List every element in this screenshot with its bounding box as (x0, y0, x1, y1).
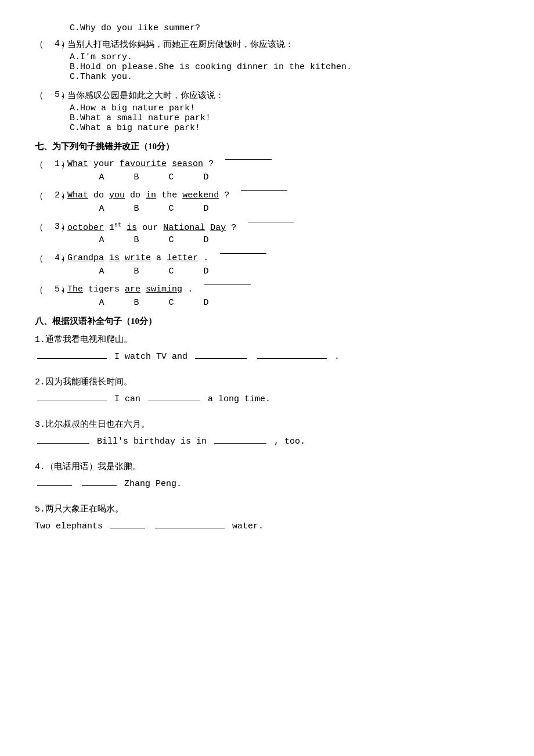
s7-q2-C: C (163, 204, 180, 214)
s7-q3-line: （ ） 3. october 1st is our National Day ? (35, 222, 499, 233)
s8-q1-text2: . (334, 352, 340, 362)
s8-q2-chinese: 2.因为我能睡很长时间。 (35, 376, 499, 387)
s8-q4-blank1[interactable] (37, 485, 72, 486)
q5-options: A.How a big nature park! B.What a small … (70, 103, 499, 133)
s7-q4-part4: . (203, 253, 208, 263)
s7-q1-part3: ? (208, 159, 214, 169)
s7-q3-answer[interactable] (248, 222, 294, 222)
s7-q2-sentence: What do you do in the weekend ? (67, 190, 229, 200)
s8-q1-fill: I watch TV and . (35, 348, 499, 366)
question-5-block: （ ） 5. 当你感叹公园是如此之大时，你应该说： A.How a big na… (35, 90, 499, 133)
s7-q2-line: （ ） 2. What do you do in the weekend ? (35, 190, 499, 201)
s7-q4-partA: Grandpa (67, 253, 104, 263)
s7-q5-B: B (128, 298, 145, 308)
s8-q3-blank1[interactable] (37, 443, 89, 444)
s7-q3-C: C (163, 235, 180, 245)
s7-q2-paren: （ ） (35, 190, 52, 201)
q5-num: 5. (55, 90, 65, 100)
s7-q3-partB: is (127, 223, 137, 233)
s7-q1-C: C (163, 172, 180, 182)
s8-q2-blank2[interactable] (148, 401, 200, 401)
s7-q4-D: D (197, 267, 215, 276)
s8-q2-blank1[interactable] (37, 401, 107, 401)
s8-q3-text2: , too. (274, 437, 305, 447)
s8-q5-blank2[interactable] (155, 528, 225, 528)
s7-q3-abcd: A B C D (93, 235, 499, 245)
s7-q5-answer[interactable] (204, 285, 251, 285)
s7-q1-answer[interactable] (225, 159, 272, 160)
s7-q2-part2: do (130, 190, 146, 200)
q4-chinese: 当别人打电话找你妈妈，而她正在厨房做饭时，你应该说： (67, 39, 294, 50)
s8-q2-text2: a long time. (208, 394, 270, 404)
s7-q3-part1: 1st (109, 223, 127, 233)
s8-q1-blank3[interactable] (257, 358, 327, 359)
s7-q5-part3: . (187, 285, 193, 294)
s7-q3-paren: （ ） (35, 222, 52, 233)
s7-q3-A: A (93, 235, 110, 245)
s8-q4-block: 4.（电话用语）我是张鹏。 Zhang Peng. (35, 461, 499, 493)
s7-q2-answer[interactable] (241, 190, 287, 191)
s7-q4-A: A (93, 267, 110, 276)
s8-q3-block: 3.比尔叔叔的生日也在六月。 Bill's birthday is in , t… (35, 419, 499, 451)
s7-q3-num: 3. (55, 222, 65, 232)
question-5-line: （ ） 5. 当你感叹公园是如此之大时，你应该说： (35, 90, 499, 101)
q5-optA: A.How a big nature park! (70, 103, 499, 113)
paren-4: （ ） (35, 39, 52, 50)
s7-q5-C: C (163, 298, 180, 308)
s7-q1-partB: favourite (120, 159, 167, 169)
s8-q4-fill: Zhang Peng. (35, 476, 499, 493)
s8-q5-blank1[interactable] (110, 528, 145, 528)
s8-q3-text1: Bill's birthday is in (97, 437, 207, 447)
s7-q5-D: D (197, 298, 215, 308)
s7-q5-A: A (93, 298, 110, 308)
prev-section-tail: C.Why do you like summer? (35, 23, 499, 33)
section7-title: 七、为下列句子挑错并改正（10分） (35, 141, 499, 152)
s7-q5-paren: （ ） (35, 285, 52, 296)
s7-q4-answer[interactable] (220, 253, 266, 254)
s8-q5-fill: Two elephants water. (35, 518, 499, 535)
s8-q3-fill: Bill's birthday is in , too. (35, 433, 499, 451)
s8-q1-blank1[interactable] (37, 358, 107, 359)
s7-q1-part1: your (93, 159, 120, 169)
s7-q3-B: B (128, 235, 145, 245)
s7-q1-sentence: What your favourite season ? (67, 159, 214, 169)
q4-optB: B.Hold on please.She is cooking dinner i… (70, 62, 499, 72)
section-8: 八、根据汉语补全句子（10分） 1.通常我看电视和爬山。 I watch TV … (35, 316, 499, 535)
s7-q2-abcd: A B C D (93, 204, 499, 214)
s8-q5-chinese: 5.两只大象正在喝水。 (35, 503, 499, 514)
s8-q3-blank2[interactable] (214, 443, 266, 444)
s7-q2-partC: in (146, 190, 156, 200)
s8-q2-fill: I can a long time. (35, 391, 499, 408)
s7-q2-part4: ? (224, 190, 229, 200)
s8-q4-text1: Zhang Peng. (124, 479, 182, 489)
q5-optB: B.What a small nature park! (70, 113, 499, 123)
s7-q5-partA: The (67, 285, 83, 294)
s8-q1-blank2[interactable] (195, 358, 247, 359)
s7-q3-part2: our (142, 223, 163, 233)
q4-num: 4. (55, 39, 65, 49)
section-7: 七、为下列句子挑错并改正（10分） （ ） 1. What your favou… (35, 141, 499, 308)
s7-q4-abcd: A B C D (93, 267, 499, 276)
s7-q5-block: （ ） 5. The tigers are swiming . A B C D (35, 285, 499, 308)
s7-q2-block: （ ） 2. What do you do in the weekend ? A… (35, 190, 499, 214)
s7-q3-sentence: october 1st is our National Day ? (67, 222, 236, 233)
s7-q4-sentence: Grandpa is write a letter . (67, 253, 208, 263)
s7-q1-paren: （ ） (35, 159, 52, 170)
s8-q4-blank2[interactable] (82, 485, 117, 486)
s7-q1-abcd: A B C D (93, 172, 499, 182)
s7-q5-partC: swiming (146, 285, 182, 294)
s7-q3-partC: National (163, 223, 205, 233)
s7-q3-D: D (197, 235, 215, 245)
s7-q2-num: 2. (55, 190, 65, 200)
s7-q1-A: A (93, 172, 110, 182)
s7-q4-partD: letter (167, 253, 198, 263)
s7-q5-sentence: The tigers are swiming . (67, 285, 193, 294)
s7-q4-C: C (163, 267, 180, 276)
q5-chinese: 当你感叹公园是如此之大时，你应该说： (67, 90, 224, 101)
question-4-block: （ ） 4. 当别人打电话找你妈妈，而她正在厨房做饭时，你应该说： A.I'm … (35, 39, 499, 82)
s7-q5-num: 5. (55, 285, 65, 294)
s7-q4-paren: （ ） (35, 253, 52, 264)
s7-q2-D: D (197, 204, 215, 214)
s7-q5-partB: are (125, 285, 140, 294)
s7-q4-B: B (128, 267, 145, 276)
